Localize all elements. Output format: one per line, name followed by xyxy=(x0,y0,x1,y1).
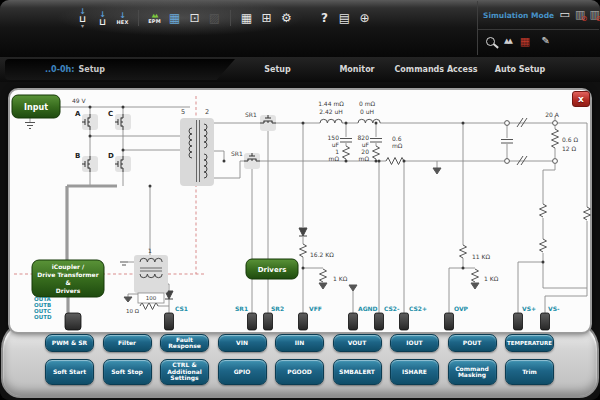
sr-top-label: SR1 xyxy=(245,111,257,118)
cs2-minus-label: CS2- xyxy=(384,305,400,312)
smbalert-button[interactable]: SMBALERT xyxy=(333,359,382,385)
connection-panel: Simulation Mode ▭ ▥ ⊘ ▥ ⊘ ▲▲ ▦ ✎ xyxy=(477,1,599,55)
tab-monitor[interactable]: Monitor xyxy=(328,61,386,78)
vff-r-top-label: 16.2 KΩ xyxy=(310,251,334,258)
fet-b xyxy=(82,156,98,172)
help-icon[interactable]: ? xyxy=(318,8,331,28)
tab-strip: ..0-0h: Setup Setup Monitor Commands Acc… xyxy=(0,57,600,84)
load-current-label: 20 A xyxy=(545,111,560,118)
pin-cs1 xyxy=(165,313,174,330)
pin-sr1 xyxy=(248,313,257,330)
trim-button[interactable]: Trim xyxy=(505,359,554,385)
c1-unit-label: uF xyxy=(332,141,340,148)
icoupler-label-line1: iCoupler / xyxy=(52,263,85,271)
soft-start-button[interactable]: Soft Start xyxy=(45,359,94,385)
device-status-pill: ..0-0h: Setup xyxy=(5,59,235,80)
ovp-r-top-label: 11 KΩ xyxy=(472,253,490,260)
hex-export-icon[interactable]: ↓ HEX xyxy=(116,8,129,28)
chip-config-icon[interactable]: ▦ xyxy=(168,8,181,28)
pin-vs-plus xyxy=(514,313,523,330)
l1-inductance-label: 2.42 uH xyxy=(319,108,343,115)
pin-vff xyxy=(299,313,308,330)
tab-setup[interactable]: Setup xyxy=(250,61,305,78)
ct-burden-label: 100 xyxy=(146,295,157,301)
iout-button[interactable]: IOUT xyxy=(390,334,439,352)
toolbar-divider xyxy=(138,10,139,26)
fet-sr-bottom xyxy=(244,153,260,169)
iin-button[interactable]: IIN xyxy=(275,334,324,352)
device-address: ..0-0h: xyxy=(45,65,74,74)
pin-agnd xyxy=(349,313,358,330)
sr-bottom-label: SR1 xyxy=(231,150,243,157)
device-disconnected-icon: ▥ ⊘ xyxy=(575,8,585,22)
download-flash-icon[interactable]: ↓ ⊔ ▾ xyxy=(76,8,89,28)
pgood-button[interactable]: PGOOD xyxy=(275,359,324,385)
fet-d-label: D xyxy=(108,152,114,160)
fet-sr-top xyxy=(260,115,276,131)
pencil-icon[interactable]: ✎ xyxy=(539,31,552,51)
agnd-label: AGND xyxy=(358,305,378,312)
mountains-icon[interactable]: ▲▲ xyxy=(504,37,511,45)
drivers-button[interactable]: Drivers xyxy=(246,259,298,279)
calculator-icon[interactable]: ▦ xyxy=(240,8,253,28)
ovp-r-bottom-label: 1 KΩ xyxy=(484,275,499,282)
pin-vs-minus xyxy=(541,313,550,330)
limits-table-icon[interactable]: ⊞ xyxy=(260,8,273,28)
toolbar-divider xyxy=(230,10,231,26)
temperature-button[interactable]: TEMPERATURE xyxy=(505,334,554,352)
tab-commands-access[interactable]: Commands Access xyxy=(396,61,476,78)
fet-a-label: A xyxy=(75,110,81,118)
cs2-plus-label: CS2+ xyxy=(409,305,427,312)
gear-icon[interactable]: ⚙ xyxy=(280,8,293,28)
epm-label: EPM xyxy=(148,18,161,24)
main-toolbar: ↓ ⊔ ▾ ↓ ⊔ ↓ HEX ▲▲ EPM ▦ ⊡ ▨ ▦ ⊞ ⚙ xyxy=(0,0,600,57)
fault-response-button[interactable]: Fault Response xyxy=(160,334,209,352)
download-ram-icon[interactable]: ↓ ⊔ xyxy=(96,8,109,28)
chip-pins[interactable] xyxy=(65,313,550,330)
red-chip-icon[interactable]: ▦ xyxy=(520,35,530,48)
vff-label: VFF xyxy=(309,305,322,312)
close-panel-button[interactable]: x xyxy=(572,91,590,107)
device-disconnected-icon: ▥ ⊘ xyxy=(590,8,600,22)
ovp-label: OVP xyxy=(454,305,469,312)
ctrl-additional-settings-button[interactable]: CTRL & Additional Settings xyxy=(160,359,209,385)
pin-out-connector xyxy=(65,313,81,330)
schematic-wires xyxy=(30,107,587,313)
settings-button-row-2: Soft Start Soft Stop CTRL & Additional S… xyxy=(45,359,554,385)
connection-status-row: Simulation Mode ▭ ▥ ⊘ ▥ ⊘ xyxy=(478,1,599,30)
input-voltage-label: 49 V xyxy=(72,97,87,104)
vin-button[interactable]: VIN xyxy=(218,334,267,352)
vs-plus-label: VS+ xyxy=(522,305,536,312)
c2-unit-label: uF xyxy=(362,141,370,148)
l2-inductance-label: 0 uH xyxy=(360,108,374,115)
icoupler-label-line4: Drivers xyxy=(56,287,81,294)
window-popout-icon[interactable]: ⊡ xyxy=(188,8,201,28)
sr2-label: SR2 xyxy=(271,305,284,312)
globe-icon[interactable]: ⊕ xyxy=(358,8,371,28)
dropdown-caret-icon: ▾ xyxy=(81,23,84,28)
vout-button[interactable]: VOUT xyxy=(333,334,382,352)
icoupler-drivers-button[interactable]: iCoupler / Drive Transformer & Drivers xyxy=(32,260,104,297)
rsense-value-label: 0.6 xyxy=(392,135,402,142)
pwm-sr-button[interactable]: PWM & SR xyxy=(45,334,94,352)
document-icon[interactable]: ▤ xyxy=(338,8,351,28)
icoupler-label-line3: & xyxy=(65,279,70,286)
rsense-unit-label: mΩ xyxy=(392,142,403,149)
fet-b-label: B xyxy=(75,152,80,160)
ishare-button[interactable]: ISHARE xyxy=(390,359,439,385)
search-devices-icon[interactable] xyxy=(486,37,495,46)
pout-button[interactable]: POUT xyxy=(448,334,497,352)
epm-icon[interactable]: ▲▲ EPM xyxy=(148,8,161,28)
gpio-button[interactable]: GPIO xyxy=(218,359,267,385)
c2-value-label: 820 xyxy=(358,134,370,141)
tray-icon: ⊔ xyxy=(99,18,106,26)
output-inductors xyxy=(320,119,380,123)
input-button[interactable]: Input xyxy=(12,95,60,118)
simulation-mode-label: Simulation Mode xyxy=(483,11,554,20)
fet-c-label: C xyxy=(108,110,113,118)
filter-button[interactable]: Filter xyxy=(103,334,152,352)
tab-auto-setup[interactable]: Auto Setup xyxy=(486,61,554,78)
cs1-label: CS1 xyxy=(175,305,188,312)
command-masking-button[interactable]: Command Masking xyxy=(448,359,497,385)
soft-stop-button[interactable]: Soft Stop xyxy=(103,359,152,385)
